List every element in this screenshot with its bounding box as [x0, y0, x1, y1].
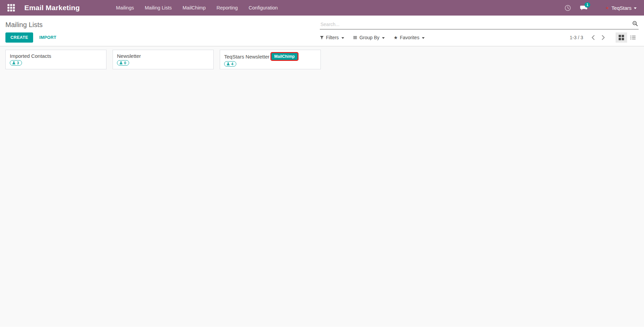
company-logo-icon: ★ — [605, 6, 609, 10]
bars-icon — [353, 36, 357, 40]
user-company-menu[interactable]: ★ TeqStars — [603, 5, 639, 11]
kanban-row: Imported Contacts 3 Newsletter 0 — [5, 50, 639, 69]
pager-next-button[interactable] — [598, 32, 608, 43]
favorites-label: Favorites — [400, 35, 420, 40]
chevron-down-icon — [634, 7, 637, 9]
systray: 1 ★ TeqStars — [561, 2, 639, 14]
contacts-count: 3 — [17, 61, 19, 65]
message-count-badge: 1 — [585, 2, 590, 7]
menu-configuration[interactable]: Configuration — [244, 1, 282, 15]
pager-area: 1-3 / 3 — [570, 32, 639, 43]
funnel-icon — [320, 36, 324, 40]
company-name: TeqStars — [612, 5, 631, 11]
clock-icon — [565, 5, 571, 11]
contacts-count-pill[interactable]: 4 — [224, 61, 236, 67]
filters-dropdown[interactable]: Filters — [320, 35, 344, 40]
card-title: TeqStars Newsletter — [224, 54, 269, 60]
view-switcher — [616, 32, 639, 43]
menu-mailings[interactable]: Mailings — [112, 1, 138, 15]
favorites-dropdown[interactable]: ★ Favorites — [393, 35, 425, 40]
filters-label: Filters — [326, 35, 339, 40]
control-panel: Mailing Lists CREATE IMPORT — [0, 16, 644, 46]
card-title: Newsletter — [117, 53, 141, 59]
top-navbar: Email Marketing Mailings Mailing Lists M… — [0, 0, 644, 16]
kanban-view: Imported Contacts 3 Newsletter 0 — [0, 46, 644, 327]
contacts-count: 0 — [124, 61, 126, 65]
mailing-list-card-imported-contacts[interactable]: Imported Contacts 3 — [5, 50, 106, 69]
pager-value: 1-3 / 3 — [570, 35, 583, 40]
mailing-list-card-newsletter[interactable]: Newsletter 0 — [113, 50, 214, 69]
page-title: Mailing Lists — [5, 18, 43, 29]
cp-buttons: CREATE IMPORT — [5, 32, 61, 43]
list-icon — [630, 35, 636, 40]
chevron-down-icon — [422, 37, 425, 39]
contacts-count-pill[interactable]: 0 — [117, 60, 129, 66]
group-by-label: Group By — [359, 35, 379, 40]
grid-icon — [7, 4, 15, 11]
contact-person-icon — [12, 61, 16, 65]
menu-reporting[interactable]: Reporting — [213, 1, 242, 15]
pager-previous-button[interactable] — [588, 32, 598, 43]
chevron-down-icon — [341, 37, 344, 39]
menu-mailing-lists[interactable]: Mailing Lists — [141, 1, 176, 15]
contacts-count: 4 — [231, 62, 233, 66]
contacts-count-pill[interactable]: 3 — [10, 60, 22, 66]
import-button[interactable]: IMPORT — [35, 33, 60, 42]
contact-person-icon — [119, 61, 123, 65]
chevron-down-icon — [382, 37, 385, 39]
create-button[interactable]: CREATE — [5, 32, 33, 43]
search-options-magnifier-icon[interactable] — [632, 21, 638, 28]
chevron-left-icon — [591, 35, 595, 40]
messages-icon-button[interactable]: 1 — [577, 2, 590, 14]
menu-mailchimp[interactable]: MailChimp — [178, 1, 210, 15]
contact-person-icon — [226, 62, 230, 66]
app-title[interactable]: Email Marketing — [24, 4, 80, 12]
activities-clock-icon[interactable] — [561, 2, 574, 14]
kanban-view-button[interactable] — [616, 32, 627, 43]
group-by-dropdown[interactable]: Group By — [353, 35, 385, 40]
list-view-button[interactable] — [627, 32, 639, 43]
card-title: Imported Contacts — [10, 53, 51, 59]
apps-menu-icon[interactable] — [5, 2, 17, 14]
search-input[interactable] — [320, 20, 639, 29]
chevron-right-icon — [601, 35, 605, 40]
mailchimp-tag-badge-highlighted: MailChimp — [271, 53, 297, 60]
search-area — [320, 20, 639, 29]
star-icon: ★ — [393, 35, 398, 40]
navbar-menu: Mailings Mailing Lists MailChimp Reporti… — [112, 1, 282, 15]
mailing-list-card-teqstars-newsletter[interactable]: TeqStars Newsletter MailChimp 4 — [220, 50, 321, 69]
search-filters-bar: Filters Group By ★ Favorites — [320, 35, 425, 40]
kanban-icon — [619, 35, 624, 40]
